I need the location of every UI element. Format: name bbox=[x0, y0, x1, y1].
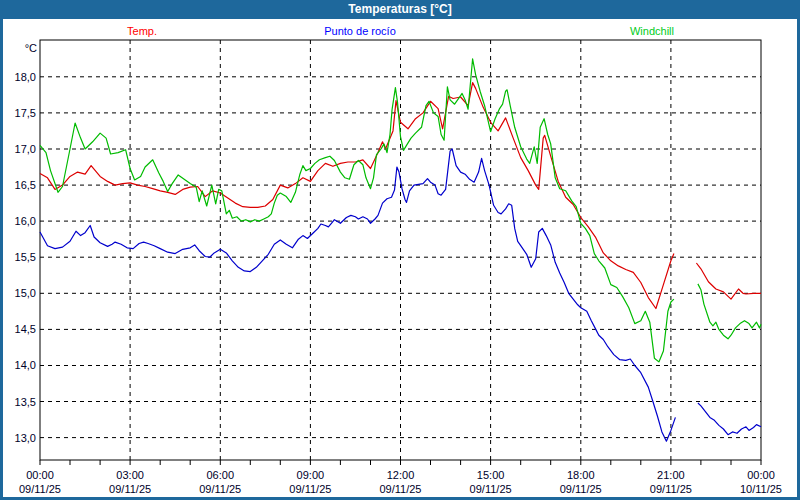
y-tick-label: 15,0 bbox=[0, 287, 36, 299]
series-line bbox=[40, 83, 674, 309]
y-tick-label: 13,5 bbox=[0, 396, 36, 408]
y-tick-label: 14,0 bbox=[0, 359, 36, 371]
series-line bbox=[698, 284, 761, 339]
x-tick-time: 21:00 bbox=[639, 469, 703, 481]
series-line bbox=[40, 149, 675, 441]
y-tick-label: 16,0 bbox=[0, 215, 36, 227]
x-tick-time: 06:00 bbox=[188, 469, 252, 481]
x-tick-time: 18:00 bbox=[549, 469, 613, 481]
series-line bbox=[40, 59, 674, 362]
x-tick-time: 12:00 bbox=[369, 469, 433, 481]
x-tick-date: 09/11/25 bbox=[188, 483, 252, 495]
y-tick-label: 13,0 bbox=[0, 432, 36, 444]
x-tick-date: 10/11/25 bbox=[729, 483, 793, 495]
x-tick-time: 09:00 bbox=[278, 469, 342, 481]
y-tick-label: 18,0 bbox=[0, 71, 36, 83]
x-tick-time: 00:00 bbox=[8, 469, 72, 481]
y-tick-label: 17,0 bbox=[0, 143, 36, 155]
series-line bbox=[698, 403, 761, 435]
y-tick-label: 17,5 bbox=[0, 107, 36, 119]
x-tick-date: 09/11/25 bbox=[8, 483, 72, 495]
y-tick-label: 16,5 bbox=[0, 179, 36, 191]
x-tick-time: 03:00 bbox=[98, 469, 162, 481]
weather-chart-window: Temperaturas [°C] Temp. Punto de rocío W… bbox=[0, 0, 800, 500]
x-tick-time: 15:00 bbox=[459, 469, 523, 481]
x-tick-date: 09/11/25 bbox=[369, 483, 433, 495]
y-tick-label: 14,5 bbox=[0, 323, 36, 335]
x-tick-date: 09/11/25 bbox=[549, 483, 613, 495]
window-frame-left bbox=[0, 19, 3, 500]
x-tick-date: 09/11/25 bbox=[98, 483, 162, 495]
x-tick-date: 09/11/25 bbox=[459, 483, 523, 495]
y-tick-label: 15,5 bbox=[0, 251, 36, 263]
x-tick-time: 00:00 bbox=[729, 469, 793, 481]
x-tick-date: 09/11/25 bbox=[278, 483, 342, 495]
chart-canvas bbox=[0, 0, 800, 500]
x-tick-date: 09/11/25 bbox=[639, 483, 703, 495]
